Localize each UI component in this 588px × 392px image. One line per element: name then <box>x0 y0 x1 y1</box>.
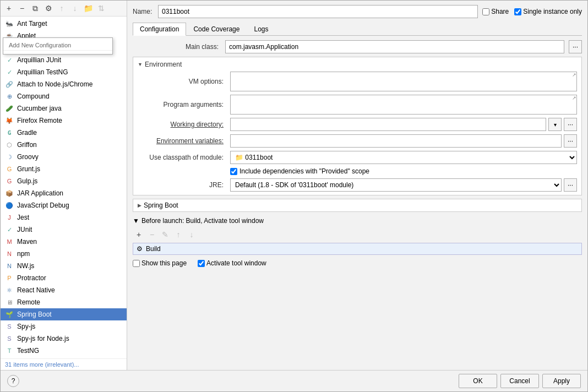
config-item-compound[interactable]: ⊕ Compound <box>1 90 127 102</box>
apply-button[interactable]: Apply <box>542 374 581 388</box>
working-dir-browse-button[interactable]: ··· <box>564 118 577 131</box>
program-args-label: Program arguments: <box>138 101 226 108</box>
cancel-button[interactable]: Cancel <box>500 374 539 388</box>
config-item-spy-js[interactable]: S Spy-js <box>1 320 127 333</box>
config-item-maven[interactable]: M Maven <box>1 236 127 248</box>
jre-select-wrapper: Default (1.8 - SDK of '0311boot' module)… <box>230 178 577 192</box>
program-args-expand-icon[interactable]: ↗ <box>572 95 576 101</box>
footer-left: ? <box>7 375 19 387</box>
copy-config-button[interactable]: ⧉ <box>29 2 41 14</box>
single-instance-checkbox-label[interactable]: Single instance only <box>514 8 582 15</box>
config-item-testng[interactable]: T TestNG <box>1 345 127 357</box>
show-page-checkbox[interactable] <box>133 260 140 267</box>
maven-icon: M <box>5 237 14 246</box>
jre-select[interactable]: Default (1.8 - SDK of '0311boot' module) <box>230 178 562 192</box>
before-launch-edit-button[interactable]: ✎ <box>159 228 171 241</box>
config-item-spring-boot[interactable]: 🌱 Spring Boot <box>1 308 127 320</box>
footer-right: OK Cancel Apply <box>459 374 581 388</box>
config-item-nwjs[interactable]: N NW.js <box>1 260 127 272</box>
config-item-attach-nodejs[interactable]: 🔗 Attach to Node.js/Chrome <box>1 78 127 90</box>
firefox-icon: 🦊 <box>5 116 14 125</box>
move-down-button[interactable]: ↓ <box>69 2 81 14</box>
tab-logs[interactable]: Logs <box>247 23 275 36</box>
spring-boot-section[interactable]: ▶ Spring Boot <box>133 199 582 212</box>
config-item-arquillian-testng[interactable]: ✓ Arquillian TestNG <box>1 66 127 78</box>
config-item-label: Arquillian TestNG <box>17 68 68 76</box>
activate-tool-window-checkbox[interactable] <box>198 260 205 267</box>
arquillian-testng-icon: ✓ <box>5 68 14 77</box>
jre-label: JRE: <box>138 181 226 189</box>
show-page-label[interactable]: Show this page <box>133 259 187 267</box>
build-item-label: Build <box>146 245 161 253</box>
config-item-groovy[interactable]: ☽ Groovy <box>1 151 127 163</box>
config-item-jar-application[interactable]: 📦 JAR Application <box>1 187 127 199</box>
run-debug-dialog: + − ⧉ ⚙ ↑ ↓ 📁 ⇅ Add New Configuration 🐜 … <box>0 0 588 392</box>
config-item-gulpjs[interactable]: G Gulp.js <box>1 175 127 187</box>
environment-header[interactable]: ▼ Environment <box>138 61 577 68</box>
config-item-remote[interactable]: 🖥 Remote <box>1 296 127 308</box>
remove-config-button[interactable]: − <box>16 2 28 14</box>
config-item-ant-target[interactable]: 🐜 Ant Target <box>1 18 127 30</box>
before-launch-down-button[interactable]: ↓ <box>186 228 198 241</box>
config-item-griffon[interactable]: ⬡ Griffon <box>1 139 127 151</box>
working-dir-row: Working directory: ▾ ··· <box>138 118 577 131</box>
include-deps-row: Include dependencies with "Provided" sco… <box>230 167 577 175</box>
config-item-junit[interactable]: ✓ JUnit <box>1 224 127 236</box>
config-item-gradle[interactable]: G Gradle <box>1 127 127 139</box>
single-instance-checkbox[interactable] <box>514 8 521 15</box>
program-args-row: Program arguments: ↗ <box>138 95 577 115</box>
config-item-firefox-remote[interactable]: 🦊 Firefox Remote <box>1 115 127 127</box>
config-item-gruntjs[interactable]: G Grunt.js <box>1 163 127 175</box>
share-checkbox[interactable] <box>482 8 489 15</box>
classpath-select[interactable]: 📁 0311boot <box>230 151 577 164</box>
env-vars-label: Environment variables: <box>138 137 226 145</box>
ok-button[interactable]: OK <box>459 374 497 388</box>
config-item-react-native[interactable]: ⚛ React Native <box>1 284 127 296</box>
vm-options-expand-icon[interactable]: ↗ <box>572 72 576 78</box>
share-checkbox-label[interactable]: Share <box>482 8 509 15</box>
env-vars-browse-button[interactable]: ··· <box>564 134 577 148</box>
before-launch-add-button[interactable]: + <box>133 228 145 241</box>
main-class-browse-button[interactable]: ··· <box>569 40 582 53</box>
config-list-panel: + − ⧉ ⚙ ↑ ↓ 📁 ⇅ Add New Configuration 🐜 … <box>1 1 127 370</box>
config-item-spy-js-node[interactable]: S Spy-js for Node.js <box>1 333 127 345</box>
name-input[interactable] <box>158 5 478 18</box>
config-item-label: Spy-js <box>17 323 35 330</box>
main-class-input[interactable] <box>225 40 564 53</box>
jre-browse-button[interactable]: ··· <box>564 178 577 192</box>
before-launch-label: Before launch: Build, Activate tool wind… <box>141 217 264 225</box>
config-item-javascript-debug[interactable]: 🔵 JavaScript Debug <box>1 199 127 211</box>
working-dir-dropdown[interactable]: ▾ <box>548 118 562 131</box>
before-launch-remove-button[interactable]: − <box>146 228 158 241</box>
config-item-label: npm <box>17 250 30 258</box>
config-item-label: NW.js <box>17 262 34 270</box>
folder-button[interactable]: 📁 <box>82 2 94 14</box>
config-item-jest[interactable]: J Jest <box>1 211 127 224</box>
config-item-npm[interactable]: N npm <box>1 248 127 260</box>
sort-button[interactable]: ⇅ <box>95 2 107 14</box>
tab-code-coverage[interactable]: Code Coverage <box>186 23 247 36</box>
config-item-arquillian-junit[interactable]: ✓ Arquillian JUnit <box>1 54 127 66</box>
config-item-cucumber-java[interactable]: 🥒 Cucumber java <box>1 102 127 115</box>
before-launch-up-button[interactable]: ↑ <box>172 228 184 241</box>
config-item-protractor[interactable]: P Protractor <box>1 272 127 284</box>
config-item-label: Remote <box>17 298 40 306</box>
config-item-label: Compound <box>17 92 50 100</box>
before-launch-header[interactable]: ▼ Before launch: Build, Activate tool wi… <box>133 215 582 226</box>
include-deps-checkbox[interactable] <box>230 168 237 175</box>
classpath-row: Use classpath of module: 📁 0311boot <box>138 151 577 164</box>
program-args-input[interactable] <box>230 95 577 115</box>
tab-configuration[interactable]: Configuration <box>133 23 186 36</box>
working-dir-input[interactable] <box>230 118 546 131</box>
junit-icon: ✓ <box>5 225 14 234</box>
add-config-button[interactable]: + <box>3 2 15 14</box>
config-item-label: Jest <box>17 214 29 221</box>
left-toolbar: + − ⧉ ⚙ ↑ ↓ 📁 ⇅ <box>1 1 127 17</box>
env-vars-input[interactable] <box>230 134 562 148</box>
help-button[interactable]: ? <box>7 375 19 387</box>
move-up-button[interactable]: ↑ <box>56 2 68 14</box>
vm-options-input[interactable] <box>230 72 577 91</box>
activate-tool-window-label[interactable]: Activate tool window <box>198 259 266 267</box>
more-items-link[interactable]: 31 items more (irrelevant)... <box>1 358 127 370</box>
settings-button[interactable]: ⚙ <box>42 2 55 14</box>
